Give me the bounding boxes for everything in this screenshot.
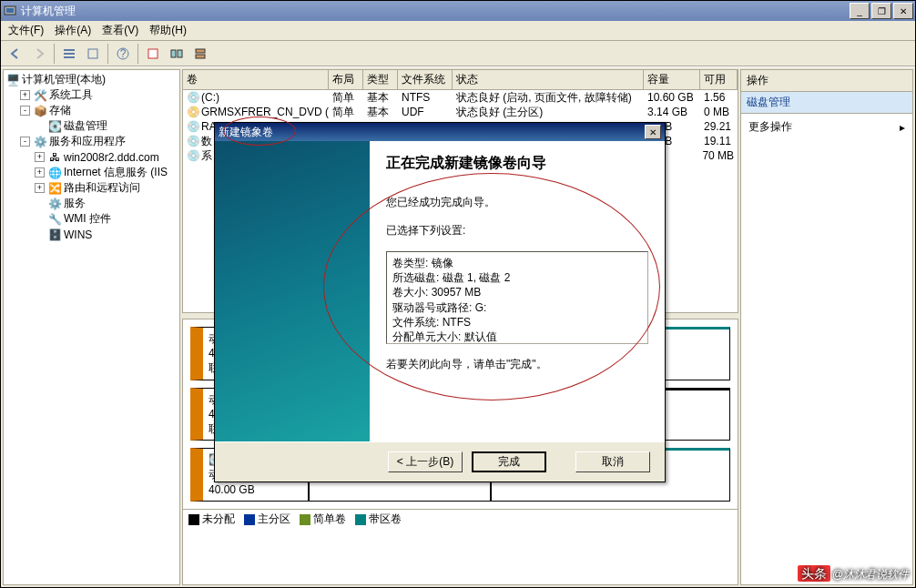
toolbar: ? (1, 41, 915, 66)
col-layout[interactable]: 布局 (329, 70, 363, 89)
dialog-close-button[interactable]: ✕ (645, 125, 661, 139)
svg-text:?: ? (120, 47, 127, 60)
tree-services[interactable]: ⚙️服务 (5, 196, 178, 211)
main-titlebar: 计算机管理 _ ❐ ✕ (1, 1, 915, 21)
cell: 简单 (329, 105, 363, 120)
tree-rras[interactable]: +🔀路由和远程访问 (5, 180, 178, 196)
collapse-icon[interactable]: - (20, 106, 30, 116)
more-actions-link[interactable]: 更多操作 ▸ (741, 114, 912, 140)
drive-icon: 💿 (187, 120, 199, 133)
refresh-button[interactable] (142, 43, 164, 65)
gear-icon: ⚙️ (47, 197, 62, 211)
tree-label: 路由和远程访问 (64, 180, 140, 196)
legend: 未分配 主分区 简单卷 带区卷 (183, 509, 738, 529)
menu-action[interactable]: 操作(A) (49, 21, 97, 40)
tree-systools[interactable]: +🛠️系统工具 (5, 87, 178, 103)
back-button[interactable] (5, 43, 26, 65)
svg-rect-3 (64, 53, 75, 55)
legend-label: 主分区 (258, 512, 290, 525)
apps-icon: ⚙️ (33, 135, 47, 149)
tree-label: win2008r2.ddd.com (64, 151, 159, 164)
menubar: 文件(F) 操作(A) 查看(V) 帮助(H) (1, 21, 915, 41)
legend-label: 简单卷 (313, 512, 346, 525)
back-button[interactable]: < 上一步(B) (388, 451, 463, 472)
layout1-button[interactable] (166, 43, 188, 65)
drive-icon: 💿 (187, 149, 199, 162)
computer-icon: 🖥️ (5, 73, 20, 87)
help-button[interactable]: ? (112, 43, 134, 65)
legend-label: 未分配 (202, 512, 235, 525)
actions-pane: 操作 磁盘管理 更多操作 ▸ (740, 69, 913, 585)
minimize-button[interactable]: _ (850, 3, 870, 19)
app-icon (3, 4, 17, 18)
svg-rect-11 (196, 49, 205, 53)
col-volume[interactable]: 卷 (183, 70, 329, 89)
svg-rect-2 (64, 49, 75, 51)
col-free[interactable]: 可用 (700, 70, 738, 89)
legend-label: 带区卷 (369, 512, 402, 525)
dialog-heading: 正在完成新建镜像卷向导 (386, 154, 648, 173)
volume-list-header: 卷 布局 类型 文件系统 状态 容量 可用 (183, 70, 738, 90)
expand-icon[interactable]: + (20, 90, 30, 100)
actions-header: 操作 (741, 70, 912, 92)
cell: NTFS (398, 91, 453, 104)
svg-rect-10 (178, 50, 182, 57)
menu-file[interactable]: 文件(F) (3, 21, 49, 40)
tree-root[interactable]: 🖥️计算机管理(本地) (5, 72, 178, 87)
wmi-icon: 🔧 (47, 212, 62, 227)
view-list-button[interactable] (58, 43, 80, 65)
expand-icon[interactable]: + (35, 167, 45, 177)
setting-line: 所选磁盘: 磁盘 1, 磁盘 2 (392, 270, 642, 285)
collapse-icon[interactable]: - (20, 137, 30, 147)
wins-icon: 🗄️ (47, 228, 62, 242)
menu-view[interactable]: 查看(V) (97, 21, 144, 40)
close-button[interactable]: ✕ (893, 3, 913, 19)
cell: 29.21 (700, 120, 735, 133)
dialog-titlebar[interactable]: 新建镜象卷 ✕ (215, 123, 665, 141)
cell: 10.60 GB (644, 91, 700, 104)
tree-label: 存储 (49, 103, 71, 118)
expand-icon[interactable]: + (35, 183, 45, 193)
storage-icon: 📦 (33, 104, 47, 118)
tree-label: 磁盘管理 (64, 118, 107, 134)
cell: 状态良好 (主分区) (453, 105, 644, 120)
cell: UDF (398, 106, 453, 118)
dialog-text: 若要关闭此向导，请单击"完成"。 (386, 357, 648, 372)
tree-storage[interactable]: -📦存储 (5, 103, 178, 118)
properties-button[interactable] (82, 43, 104, 65)
wizard-dialog: 新建镜象卷 ✕ 正在完成新建镜像卷向导 您已经成功完成向导。 已选择下列设置: … (214, 122, 666, 482)
watermark-tag: 头条 (798, 565, 830, 582)
svg-rect-12 (196, 55, 205, 58)
tree-win2008[interactable]: +🖧win2008r2.ddd.com (5, 149, 178, 165)
cell: 基本 (363, 90, 398, 106)
cell: 19.11 (700, 135, 735, 147)
col-capacity[interactable]: 容量 (644, 70, 700, 89)
tree-wins[interactable]: 🗄️WINS (5, 227, 178, 242)
cell: 1.56 (700, 91, 728, 104)
tree-pane[interactable]: 🖥️计算机管理(本地) +🛠️系统工具 -📦存储 💽磁盘管理 -⚙️服务和应用程… (3, 69, 180, 585)
finish-button[interactable]: 完成 (472, 451, 546, 472)
dvd-icon: 📀 (187, 106, 199, 118)
watermark: 头条@沐沐君说软件 (798, 563, 909, 583)
expand-icon[interactable]: + (35, 152, 45, 162)
dialog-title: 新建镜象卷 (219, 125, 645, 140)
col-type[interactable]: 类型 (363, 70, 398, 89)
tree-services-apps[interactable]: -⚙️服务和应用程序 (5, 134, 178, 149)
forward-button[interactable] (28, 43, 50, 65)
volume-row[interactable]: 📀GRMSXFRER_CN_DVD (D:) 简单 基本 UDF 状态良好 (主… (183, 105, 738, 119)
tree-diskmgmt[interactable]: 💽磁盘管理 (5, 118, 178, 134)
maximize-button[interactable]: ❐ (871, 3, 891, 19)
tree-wmi[interactable]: 🔧WMI 控件 (5, 211, 178, 227)
watermark-text: @沐沐君说软件 (832, 568, 909, 581)
setting-line: 卷类型: 镜像 (392, 256, 642, 270)
drive-icon: 💿 (187, 135, 199, 147)
tree-iis[interactable]: +🌐Internet 信息服务 (IIS (5, 165, 178, 180)
col-fs[interactable]: 文件系统 (398, 70, 453, 89)
col-status[interactable]: 状态 (453, 70, 644, 89)
settings-listbox[interactable]: 卷类型: 镜像 所选磁盘: 磁盘 1, 磁盘 2 卷大小: 30957 MB 驱… (386, 251, 648, 344)
tree-label: WINS (64, 228, 92, 241)
volume-row[interactable]: 💿(C:) 简单 基本 NTFS 状态良好 (启动, 页面文件, 故障转储) 1… (183, 90, 738, 105)
layout2-button[interactable] (189, 43, 211, 65)
cancel-button[interactable]: 取消 (575, 451, 650, 472)
menu-help[interactable]: 帮助(H) (144, 21, 192, 40)
